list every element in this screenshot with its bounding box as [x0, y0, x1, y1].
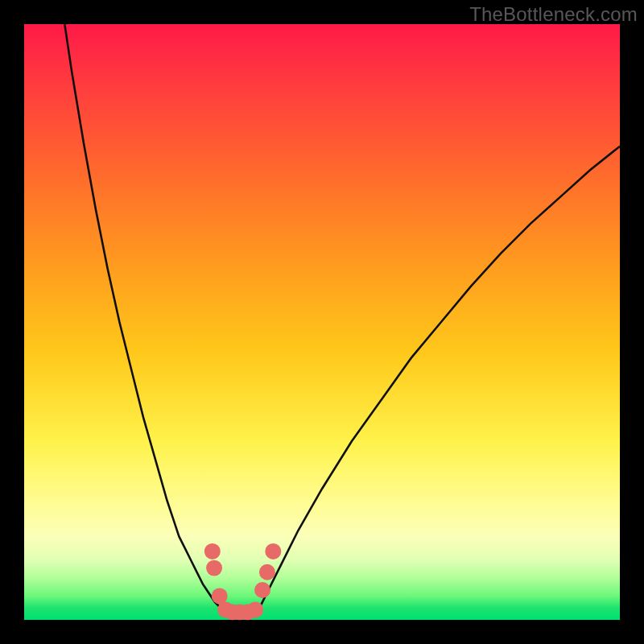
data-marker: [206, 560, 222, 576]
plot-area: [24, 24, 620, 620]
watermark-text: TheBottleneck.com: [469, 3, 638, 26]
data-marker: [265, 543, 281, 559]
curve-left: [64, 24, 224, 609]
marker-group: [204, 543, 281, 620]
data-marker: [247, 601, 263, 617]
data-marker: [212, 588, 228, 604]
data-marker: [204, 543, 221, 559]
curve-right: [257, 147, 620, 610]
data-marker: [254, 582, 270, 598]
chart-frame: TheBottleneck.com: [0, 0, 644, 644]
data-marker: [259, 564, 275, 580]
chart-svg: [24, 24, 620, 620]
